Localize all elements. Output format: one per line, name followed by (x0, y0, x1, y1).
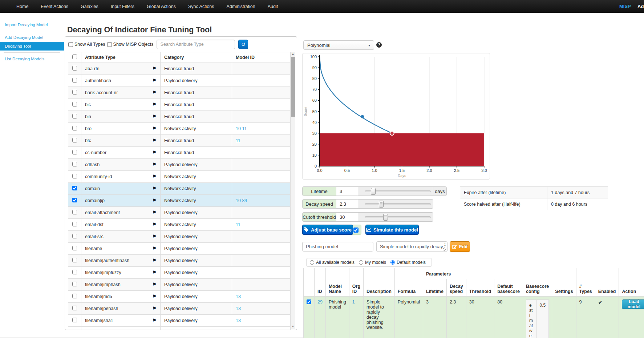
attribute-row-email-attachment[interactable]: ⚑email-attachmentPayload delivery (68, 207, 291, 219)
attribute-row-email-dst[interactable]: ⚑email-dstNetwork activity11 (68, 219, 291, 231)
attribute-row-aba-rtn[interactable]: ⚑aba-rtnFinancial fraud (68, 63, 291, 75)
filter-radio-my-models[interactable] (359, 260, 363, 265)
misp-brand[interactable]: MISP (619, 0, 631, 13)
model-id-link[interactable]: 29 (317, 299, 323, 305)
model-id-link[interactable]: 10 84 (236, 198, 247, 203)
resize-grip-icon[interactable] (443, 248, 446, 251)
attribute-checkbox-bro[interactable] (72, 126, 77, 130)
select-all-attributes-checkbox[interactable] (72, 55, 77, 59)
model-row-29[interactable]: 29Phishing model1Simple model to rapidly… (304, 297, 644, 338)
attribute-checkbox-email-attachment[interactable] (72, 210, 77, 214)
edit-model-button[interactable]: Edit (450, 241, 470, 252)
model-id-link[interactable]: 13 (236, 294, 241, 299)
model-row-checkbox[interactable] (307, 299, 311, 304)
sidebar-item-list-decaying-models[interactable]: List Decaying Models (0, 55, 64, 63)
attribute-row-email-src[interactable]: ⚑email-srcPayload delivery (68, 231, 291, 243)
attribute-checkbox-cc-number[interactable] (72, 150, 77, 154)
attribute-row-cc-number[interactable]: ⚑cc-numberFinancial fraud (68, 147, 291, 159)
lifetime-value-input[interactable]: 3 (336, 187, 358, 196)
attribute-row-community-id[interactable]: ⚑community-idNetwork activity (68, 171, 291, 183)
attribute-row-filename-authentihash[interactable]: ⚑filename|authentihashPayload delivery (68, 255, 291, 267)
filter-option-default-models[interactable]: Default models (390, 260, 426, 265)
column-header-category[interactable]: Category (161, 52, 232, 63)
navbar-admin-menu[interactable]: Admin (637, 0, 644, 13)
attribute-row-cdhash[interactable]: ⚑cdhashPayload delivery (68, 159, 291, 171)
attribute-checkbox-filename-md5[interactable] (72, 294, 77, 298)
attribute-row-filename-md5[interactable]: ⚑filename|md5Payload delivery13 (68, 291, 291, 303)
show-misp-objects-option[interactable]: Show MISP Objects (107, 42, 154, 47)
nav-item-administration[interactable]: Administration (220, 4, 262, 9)
show-misp-objects-checkbox[interactable] (107, 42, 112, 47)
scrollbar-down-icon[interactable]: ▼ (291, 325, 295, 329)
attribute-row-bic[interactable]: ⚑bicFinancial fraud (68, 99, 291, 111)
attribute-checkbox-domain-ip[interactable] (72, 198, 77, 202)
model-id-link[interactable]: 13 (236, 306, 241, 311)
attribute-checkbox-filename[interactable] (72, 246, 77, 250)
cutoff-threshold-slider[interactable] (358, 213, 433, 221)
attribute-checkbox-filename-sha1[interactable] (72, 318, 77, 322)
show-all-types-option[interactable]: Show All Types (68, 42, 105, 47)
attribute-row-filename-impfuzzy[interactable]: ⚑filename|impfuzzyPayload delivery (68, 267, 291, 279)
attribute-checkbox-authentihash[interactable] (72, 78, 77, 83)
decay-speed-slider-handle[interactable] (379, 201, 384, 208)
filter-option-all-available-models[interactable]: All available models (310, 260, 355, 265)
attribute-row-domain-ip[interactable]: ⚑domain|ipNetwork activity10 84 (68, 195, 291, 207)
attribute-row-bin[interactable]: ⚑binFinancial fraud (68, 111, 291, 123)
attribute-row-btc[interactable]: ⚑btcFinancial fraud11 (68, 135, 291, 147)
attribute-checkbox-bank-account-nr[interactable] (72, 90, 77, 94)
slider-track[interactable] (365, 203, 431, 205)
model-description-textarea[interactable]: Simple model to rapidly decay ▲▼ (376, 241, 447, 252)
load-model-button[interactable]: Load model (622, 299, 644, 309)
attribute-row-filename-imphash[interactable]: ⚑filename|imphashPayload delivery (68, 279, 291, 291)
attribute-checkbox-cdhash[interactable] (72, 162, 77, 166)
attribute-row-filename[interactable]: ⚑filenamePayload delivery (68, 243, 291, 255)
model-id-link[interactable]: 10 11 (236, 126, 247, 131)
attribute-checkbox-filename-authentihash[interactable] (72, 258, 77, 262)
refresh-button[interactable]: ↺ (238, 40, 248, 49)
sidebar-item-add-decaying-model[interactable]: Add Decaying Model (0, 33, 64, 42)
nav-item-sync-actions[interactable]: Sync Actions (182, 4, 220, 9)
attribute-checkbox-filename-impfuzzy[interactable] (72, 270, 77, 274)
nav-item-audit[interactable]: Audit (262, 4, 284, 9)
nav-item-home[interactable]: Home (10, 4, 35, 9)
spinner-icon[interactable]: ▲▼ (444, 242, 446, 247)
decay-speed-value-input[interactable]: 2.3 (336, 200, 358, 208)
adjust-base-score-checkbox[interactable] (353, 228, 359, 233)
decay-score-chart[interactable]: 01020304050607080901000.00.51.01.52.02.5… (302, 53, 490, 180)
attribute-checkbox-domain[interactable] (72, 186, 77, 190)
attribute-checkbox-email-dst[interactable] (72, 222, 77, 226)
attribute-checkbox-bic[interactable] (72, 102, 77, 106)
nav-item-input-filters[interactable]: Input Filters (105, 4, 141, 9)
model-id-link[interactable]: 11 (236, 138, 240, 143)
adjust-base-score-button[interactable]: Adjust base score (302, 225, 353, 235)
cutoff-threshold-slider-handle[interactable] (383, 214, 388, 221)
model-id-link[interactable]: 13 (236, 318, 241, 323)
nav-item-global-actions[interactable]: Global Actions (141, 4, 182, 9)
help-icon[interactable]: ? (376, 42, 382, 48)
attribute-checkbox-btc[interactable] (72, 138, 77, 142)
attribute-row-filename-pehash[interactable]: ⚑filename|pehashPayload delivery13 (68, 303, 291, 315)
attribute-checkbox-community-id[interactable] (72, 174, 77, 178)
org-id-link[interactable]: 1 (352, 299, 355, 305)
simulate-model-button[interactable]: Simulate this model (365, 225, 419, 235)
column-header-model-id[interactable]: Model ID (232, 52, 291, 63)
nav-item-event-actions[interactable]: Event Actions (35, 4, 74, 9)
decay-speed-slider[interactable] (358, 200, 433, 208)
attribute-checkbox-filename-pehash[interactable] (72, 306, 77, 310)
lifetime-slider[interactable] (358, 187, 433, 196)
scrollbar-thumb[interactable] (291, 57, 295, 117)
column-header-attribute-type[interactable]: Attribute Type (81, 52, 161, 63)
cutoff-threshold-value-input[interactable]: 30 (336, 213, 358, 221)
attribute-checkbox-email-src[interactable] (72, 234, 77, 238)
attribute-row-authentihash[interactable]: ⚑authentihashPayload delivery (68, 75, 291, 87)
attribute-row-filename-sha1[interactable]: ⚑filename|sha1Payload delivery13 (68, 315, 291, 327)
attribute-row-bro[interactable]: ⚑broNetwork activity10 11 (68, 123, 291, 135)
attribute-checkbox-bin[interactable] (72, 114, 77, 118)
sidebar-item-decaying-tool[interactable]: Decaying Tool (0, 42, 64, 51)
nav-item-galaxies[interactable]: Galaxies (74, 4, 105, 9)
table-scrollbar[interactable]: ▲ ▼ (291, 52, 295, 329)
show-all-types-checkbox[interactable] (68, 42, 73, 47)
model-name-input[interactable] (302, 242, 373, 252)
sidebar-item-import-decaying-model[interactable]: Import Decaying Model (0, 20, 64, 29)
lifetime-slider-handle[interactable] (371, 188, 376, 195)
